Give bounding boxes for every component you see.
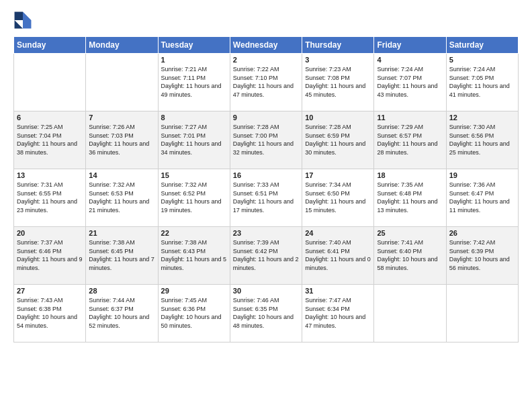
day-number: 18 — [377, 171, 443, 179]
calendar-cell: 7Sunrise: 7:26 AM Sunset: 7:03 PM Daylig… — [86, 111, 158, 169]
calendar-cell: 14Sunrise: 7:32 AM Sunset: 6:53 PM Dayli… — [86, 169, 158, 227]
day-info: Sunrise: 7:31 AM Sunset: 6:55 PM Dayligh… — [17, 181, 83, 214]
calendar: SundayMondayTuesdayWednesdayThursdayFrid… — [13, 36, 519, 342]
svg-marker-1 — [23, 20, 31, 28]
day-number: 13 — [17, 171, 83, 179]
calendar-cell: 6Sunrise: 7:25 AM Sunset: 7:04 PM Daylig… — [14, 111, 86, 169]
day-info: Sunrise: 7:37 AM Sunset: 6:46 PM Dayligh… — [17, 238, 83, 272]
day-info: Sunrise: 7:27 AM Sunset: 7:01 PM Dayligh… — [161, 123, 227, 156]
day-info: Sunrise: 7:32 AM Sunset: 6:52 PM Dayligh… — [161, 181, 227, 214]
calendar-week: 13Sunrise: 7:31 AM Sunset: 6:55 PM Dayli… — [14, 169, 519, 227]
day-header: Tuesday — [158, 37, 230, 54]
calendar-cell: 27Sunrise: 7:43 AM Sunset: 6:38 PM Dayli… — [14, 285, 86, 342]
calendar-week: 6Sunrise: 7:25 AM Sunset: 7:04 PM Daylig… — [14, 111, 519, 169]
day-number: 10 — [305, 113, 371, 122]
day-number: 4 — [377, 56, 443, 64]
day-number: 16 — [233, 171, 299, 179]
day-number: 3 — [305, 56, 371, 64]
day-info: Sunrise: 7:34 AM Sunset: 6:50 PM Dayligh… — [305, 181, 371, 214]
calendar-cell: 23Sunrise: 7:39 AM Sunset: 6:42 PM Dayli… — [230, 227, 302, 285]
day-info: Sunrise: 7:32 AM Sunset: 6:53 PM Dayligh… — [89, 181, 154, 214]
calendar-cell — [14, 54, 86, 111]
day-number: 27 — [17, 287, 83, 295]
calendar-cell: 22Sunrise: 7:38 AM Sunset: 6:43 PM Dayli… — [158, 227, 230, 285]
day-info: Sunrise: 7:40 AM Sunset: 6:41 PM Dayligh… — [305, 238, 371, 272]
calendar-week: 27Sunrise: 7:43 AM Sunset: 6:38 PM Dayli… — [14, 285, 519, 342]
day-number: 1 — [161, 56, 227, 64]
day-info: Sunrise: 7:26 AM Sunset: 7:03 PM Dayligh… — [89, 123, 154, 156]
calendar-cell: 8Sunrise: 7:27 AM Sunset: 7:01 PM Daylig… — [158, 111, 230, 169]
day-info: Sunrise: 7:24 AM Sunset: 7:07 PM Dayligh… — [377, 65, 443, 99]
calendar-cell: 20Sunrise: 7:37 AM Sunset: 6:46 PM Dayli… — [14, 227, 86, 285]
day-number: 5 — [449, 56, 515, 64]
day-header: Thursday — [302, 37, 374, 54]
calendar-week: 1Sunrise: 7:21 AM Sunset: 7:11 PM Daylig… — [14, 54, 519, 111]
day-number: 2 — [233, 56, 299, 64]
calendar-cell: 28Sunrise: 7:44 AM Sunset: 6:37 PM Dayli… — [86, 285, 158, 342]
day-number: 19 — [449, 171, 515, 179]
day-header: Saturday — [446, 37, 518, 54]
day-info: Sunrise: 7:29 AM Sunset: 6:57 PM Dayligh… — [377, 123, 443, 156]
day-number: 8 — [161, 113, 227, 122]
svg-marker-2 — [15, 12, 23, 20]
day-number: 20 — [17, 229, 83, 237]
day-info: Sunrise: 7:47 AM Sunset: 6:34 PM Dayligh… — [305, 296, 371, 330]
calendar-cell: 30Sunrise: 7:46 AM Sunset: 6:35 PM Dayli… — [230, 285, 302, 342]
calendar-cell: 16Sunrise: 7:33 AM Sunset: 6:51 PM Dayli… — [230, 169, 302, 227]
day-number: 25 — [377, 229, 443, 237]
calendar-cell: 21Sunrise: 7:38 AM Sunset: 6:45 PM Dayli… — [86, 227, 158, 285]
svg-marker-0 — [23, 12, 31, 20]
day-info: Sunrise: 7:43 AM Sunset: 6:38 PM Dayligh… — [17, 296, 83, 330]
calendar-cell: 4Sunrise: 7:24 AM Sunset: 7:07 PM Daylig… — [374, 54, 446, 111]
day-info: Sunrise: 7:36 AM Sunset: 6:47 PM Dayligh… — [449, 181, 515, 214]
day-info: Sunrise: 7:23 AM Sunset: 7:08 PM Dayligh… — [305, 65, 371, 99]
calendar-cell: 17Sunrise: 7:34 AM Sunset: 6:50 PM Dayli… — [302, 169, 374, 227]
day-number: 12 — [449, 113, 515, 122]
calendar-cell: 1Sunrise: 7:21 AM Sunset: 7:11 PM Daylig… — [158, 54, 230, 111]
calendar-cell: 25Sunrise: 7:41 AM Sunset: 6:40 PM Dayli… — [374, 227, 446, 285]
calendar-cell: 5Sunrise: 7:24 AM Sunset: 7:05 PM Daylig… — [446, 54, 518, 111]
calendar-cell: 31Sunrise: 7:47 AM Sunset: 6:34 PM Dayli… — [302, 285, 374, 342]
day-info: Sunrise: 7:35 AM Sunset: 6:48 PM Dayligh… — [377, 181, 443, 214]
calendar-header: SundayMondayTuesdayWednesdayThursdayFrid… — [14, 37, 519, 54]
day-info: Sunrise: 7:33 AM Sunset: 6:51 PM Dayligh… — [233, 181, 299, 214]
calendar-cell: 19Sunrise: 7:36 AM Sunset: 6:47 PM Dayli… — [446, 169, 518, 227]
day-info: Sunrise: 7:28 AM Sunset: 6:59 PM Dayligh… — [305, 123, 371, 156]
day-info: Sunrise: 7:42 AM Sunset: 6:39 PM Dayligh… — [449, 238, 515, 272]
day-number: 26 — [449, 229, 515, 237]
calendar-cell: 11Sunrise: 7:29 AM Sunset: 6:57 PM Dayli… — [374, 111, 446, 169]
day-info: Sunrise: 7:30 AM Sunset: 6:56 PM Dayligh… — [449, 123, 515, 156]
day-info: Sunrise: 7:38 AM Sunset: 6:45 PM Dayligh… — [89, 238, 154, 272]
day-number: 31 — [305, 287, 371, 295]
day-info: Sunrise: 7:21 AM Sunset: 7:11 PM Dayligh… — [161, 65, 227, 99]
day-number: 22 — [161, 229, 227, 237]
day-info: Sunrise: 7:45 AM Sunset: 6:36 PM Dayligh… — [161, 296, 227, 330]
calendar-cell: 29Sunrise: 7:45 AM Sunset: 6:36 PM Dayli… — [158, 285, 230, 342]
day-number: 9 — [233, 113, 299, 122]
calendar-cell — [86, 54, 158, 111]
calendar-cell: 2Sunrise: 7:22 AM Sunset: 7:10 PM Daylig… — [230, 54, 302, 111]
day-header: Friday — [374, 37, 446, 54]
day-number: 23 — [233, 229, 299, 237]
day-number: 7 — [89, 113, 154, 122]
svg-marker-3 — [15, 20, 23, 28]
day-number: 6 — [17, 113, 83, 122]
day-info: Sunrise: 7:24 AM Sunset: 7:05 PM Dayligh… — [449, 65, 515, 99]
calendar-week: 20Sunrise: 7:37 AM Sunset: 6:46 PM Dayli… — [14, 227, 519, 285]
day-info: Sunrise: 7:44 AM Sunset: 6:37 PM Dayligh… — [89, 296, 154, 330]
calendar-body: 1Sunrise: 7:21 AM Sunset: 7:11 PM Daylig… — [14, 54, 519, 342]
calendar-cell: 3Sunrise: 7:23 AM Sunset: 7:08 PM Daylig… — [302, 54, 374, 111]
day-info: Sunrise: 7:46 AM Sunset: 6:35 PM Dayligh… — [233, 296, 299, 330]
day-number: 11 — [377, 113, 443, 122]
day-number: 28 — [89, 287, 154, 295]
day-number: 21 — [89, 229, 154, 237]
day-number: 24 — [305, 229, 371, 237]
day-info: Sunrise: 7:28 AM Sunset: 7:00 PM Dayligh… — [233, 123, 299, 156]
logo-icon — [13, 11, 32, 30]
calendar-cell: 13Sunrise: 7:31 AM Sunset: 6:55 PM Dayli… — [14, 169, 86, 227]
page: SundayMondayTuesdayWednesdayThursdayFrid… — [0, 0, 532, 411]
calendar-cell: 15Sunrise: 7:32 AM Sunset: 6:52 PM Dayli… — [158, 169, 230, 227]
day-header: Wednesday — [230, 37, 302, 54]
day-number: 29 — [161, 287, 227, 295]
header — [13, 11, 519, 30]
